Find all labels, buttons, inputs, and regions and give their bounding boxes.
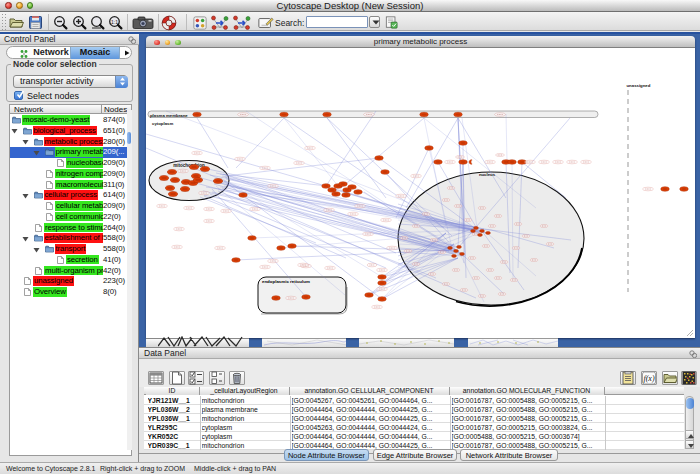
svg-text:f(x): f(x) <box>643 374 654 383</box>
svg-text:cytoplasm: cytoplasm <box>152 121 173 126</box>
svg-text:1:1: 1:1 <box>111 19 118 25</box>
svg-text:unassigned: unassigned <box>627 83 651 88</box>
svg-text:plasma membrane: plasma membrane <box>150 113 188 118</box>
svg-text:nucleus: nucleus <box>479 172 496 177</box>
svg-text:mitochondrion: mitochondrion <box>173 163 205 168</box>
svg-text:endoplasmic reticulum: endoplasmic reticulum <box>262 279 310 284</box>
